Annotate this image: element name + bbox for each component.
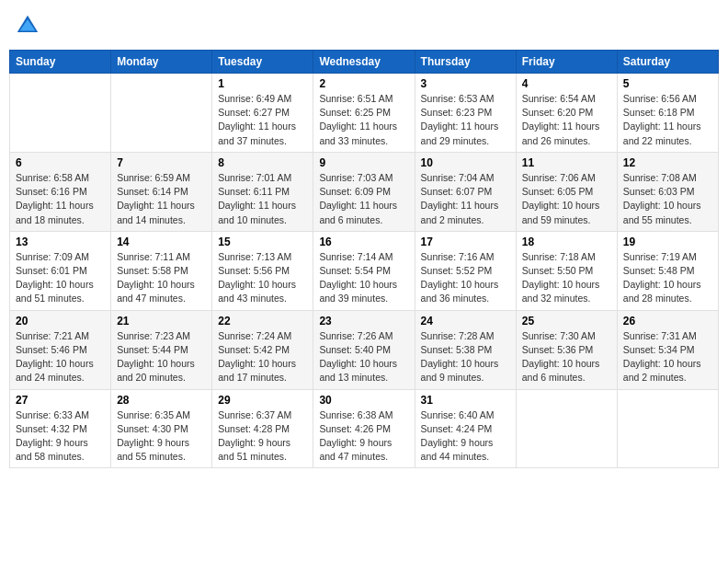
day-info: Sunrise: 6:54 AMSunset: 6:20 PMDaylight:… [522, 92, 611, 148]
calendar-header-row: SundayMondayTuesdayWednesdayThursdayFrid… [10, 51, 719, 74]
calendar-cell: 21Sunrise: 7:23 AMSunset: 5:44 PMDayligh… [111, 310, 212, 389]
day-info: Sunrise: 6:38 AMSunset: 4:26 PMDaylight:… [319, 408, 408, 465]
calendar-cell: 30Sunrise: 6:38 AMSunset: 4:26 PMDayligh… [313, 389, 415, 468]
calendar-cell: 10Sunrise: 7:04 AMSunset: 6:07 PMDayligh… [415, 152, 516, 231]
day-number: 15 [218, 236, 307, 248]
day-number: 10 [421, 156, 510, 169]
calendar-cell: 24Sunrise: 7:28 AMSunset: 5:38 PMDayligh… [415, 310, 516, 389]
page-header [9, 9, 719, 42]
day-header-sunday: Sunday [10, 51, 111, 74]
day-info: Sunrise: 7:30 AMSunset: 5:36 PMDaylight:… [522, 329, 611, 385]
calendar-cell: 18Sunrise: 7:18 AMSunset: 5:50 PMDayligh… [516, 231, 617, 310]
calendar-cell: 20Sunrise: 7:21 AMSunset: 5:46 PMDayligh… [10, 310, 111, 389]
calendar-cell: 1Sunrise: 6:49 AMSunset: 6:27 PMDaylight… [212, 74, 313, 153]
day-info: Sunrise: 6:37 AMSunset: 4:28 PMDaylight:… [218, 408, 307, 465]
day-info: Sunrise: 6:53 AMSunset: 6:23 PMDaylight:… [421, 92, 510, 148]
calendar-cell: 8Sunrise: 7:01 AMSunset: 6:11 PMDaylight… [212, 152, 313, 231]
day-info: Sunrise: 6:49 AMSunset: 6:27 PMDaylight:… [218, 92, 307, 148]
day-number: 20 [16, 315, 105, 327]
day-header-tuesday: Tuesday [212, 51, 313, 74]
day-number: 16 [319, 236, 408, 248]
day-info: Sunrise: 6:51 AMSunset: 6:25 PMDaylight:… [319, 92, 408, 148]
calendar-cell: 5Sunrise: 6:56 AMSunset: 6:18 PMDaylight… [617, 74, 718, 153]
calendar-cell [617, 389, 718, 468]
day-number: 29 [218, 394, 307, 407]
day-number: 6 [16, 156, 105, 169]
day-info: Sunrise: 7:21 AMSunset: 5:46 PMDaylight:… [16, 329, 105, 385]
day-number: 14 [117, 236, 206, 248]
day-info: Sunrise: 7:13 AMSunset: 5:56 PMDaylight:… [218, 250, 307, 306]
calendar-cell: 29Sunrise: 6:37 AMSunset: 4:28 PMDayligh… [212, 389, 313, 468]
day-info: Sunrise: 7:16 AMSunset: 5:52 PMDaylight:… [421, 250, 510, 306]
calendar-cell: 2Sunrise: 6:51 AMSunset: 6:25 PMDaylight… [313, 74, 415, 153]
calendar-cell: 12Sunrise: 7:08 AMSunset: 6:03 PMDayligh… [617, 152, 718, 231]
day-number: 3 [421, 77, 510, 90]
day-number: 4 [522, 77, 611, 90]
day-info: Sunrise: 7:19 AMSunset: 5:48 PMDaylight:… [623, 250, 712, 306]
day-header-wednesday: Wednesday [313, 51, 415, 74]
calendar-cell: 13Sunrise: 7:09 AMSunset: 6:01 PMDayligh… [10, 231, 111, 310]
day-info: Sunrise: 7:23 AMSunset: 5:44 PMDaylight:… [117, 329, 206, 385]
day-number: 30 [319, 394, 408, 407]
day-number: 8 [218, 156, 307, 169]
calendar-week-3: 13Sunrise: 7:09 AMSunset: 6:01 PMDayligh… [10, 231, 719, 310]
calendar-cell: 15Sunrise: 7:13 AMSunset: 5:56 PMDayligh… [212, 231, 313, 310]
calendar-week-4: 20Sunrise: 7:21 AMSunset: 5:46 PMDayligh… [10, 310, 719, 389]
calendar-table: SundayMondayTuesdayWednesdayThursdayFrid… [9, 50, 719, 468]
day-header-saturday: Saturday [617, 51, 718, 74]
calendar-cell [111, 74, 212, 153]
calendar-cell: 31Sunrise: 6:40 AMSunset: 4:24 PMDayligh… [415, 389, 516, 468]
day-info: Sunrise: 7:14 AMSunset: 5:54 PMDaylight:… [319, 250, 408, 306]
calendar-cell: 4Sunrise: 6:54 AMSunset: 6:20 PMDaylight… [516, 74, 617, 153]
day-info: Sunrise: 6:40 AMSunset: 4:24 PMDaylight:… [421, 408, 510, 465]
day-info: Sunrise: 7:01 AMSunset: 6:11 PMDaylight:… [218, 171, 307, 227]
day-header-friday: Friday [516, 51, 617, 74]
day-info: Sunrise: 7:28 AMSunset: 5:38 PMDaylight:… [421, 329, 510, 385]
day-number: 13 [16, 236, 105, 248]
day-number: 22 [218, 315, 307, 327]
day-header-monday: Monday [111, 51, 212, 74]
calendar-cell: 16Sunrise: 7:14 AMSunset: 5:54 PMDayligh… [313, 231, 415, 310]
day-info: Sunrise: 7:03 AMSunset: 6:09 PMDaylight:… [319, 171, 408, 227]
logo [15, 13, 42, 39]
day-number: 26 [623, 315, 712, 327]
day-info: Sunrise: 6:56 AMSunset: 6:18 PMDaylight:… [623, 92, 712, 148]
calendar-cell: 9Sunrise: 7:03 AMSunset: 6:09 PMDaylight… [313, 152, 415, 231]
calendar-cell [516, 389, 617, 468]
day-number: 2 [319, 77, 408, 90]
calendar-week-1: 1Sunrise: 6:49 AMSunset: 6:27 PMDaylight… [10, 74, 719, 153]
day-header-thursday: Thursday [415, 51, 516, 74]
calendar-cell [10, 74, 111, 153]
day-info: Sunrise: 7:06 AMSunset: 6:05 PMDaylight:… [522, 171, 611, 227]
day-info: Sunrise: 7:26 AMSunset: 5:40 PMDaylight:… [319, 329, 408, 385]
day-info: Sunrise: 6:33 AMSunset: 4:32 PMDaylight:… [16, 408, 105, 465]
day-number: 25 [522, 315, 611, 327]
calendar-cell: 23Sunrise: 7:26 AMSunset: 5:40 PMDayligh… [313, 310, 415, 389]
day-info: Sunrise: 7:09 AMSunset: 6:01 PMDaylight:… [16, 250, 105, 306]
day-info: Sunrise: 6:59 AMSunset: 6:14 PMDaylight:… [117, 171, 206, 227]
calendar-body: 1Sunrise: 6:49 AMSunset: 6:27 PMDaylight… [10, 74, 719, 468]
calendar-cell: 17Sunrise: 7:16 AMSunset: 5:52 PMDayligh… [415, 231, 516, 310]
day-number: 7 [117, 156, 206, 169]
day-number: 18 [522, 236, 611, 248]
calendar-cell: 27Sunrise: 6:33 AMSunset: 4:32 PMDayligh… [10, 389, 111, 468]
calendar-cell: 19Sunrise: 7:19 AMSunset: 5:48 PMDayligh… [617, 231, 718, 310]
day-number: 19 [623, 236, 712, 248]
day-info: Sunrise: 7:04 AMSunset: 6:07 PMDaylight:… [421, 171, 510, 227]
day-info: Sunrise: 6:35 AMSunset: 4:30 PMDaylight:… [117, 408, 206, 465]
calendar-cell: 14Sunrise: 7:11 AMSunset: 5:58 PMDayligh… [111, 231, 212, 310]
day-number: 11 [522, 156, 611, 169]
day-number: 1 [218, 77, 307, 90]
day-number: 21 [117, 315, 206, 327]
day-number: 23 [319, 315, 408, 327]
day-info: Sunrise: 7:31 AMSunset: 5:34 PMDaylight:… [623, 329, 712, 385]
calendar-week-2: 6Sunrise: 6:58 AMSunset: 6:16 PMDaylight… [10, 152, 719, 231]
day-number: 17 [421, 236, 510, 248]
calendar-cell: 26Sunrise: 7:31 AMSunset: 5:34 PMDayligh… [617, 310, 718, 389]
calendar-cell: 7Sunrise: 6:59 AMSunset: 6:14 PMDaylight… [111, 152, 212, 231]
day-number: 28 [117, 394, 206, 407]
day-number: 27 [16, 394, 105, 407]
day-number: 24 [421, 315, 510, 327]
day-info: Sunrise: 7:08 AMSunset: 6:03 PMDaylight:… [623, 171, 712, 227]
calendar-week-5: 27Sunrise: 6:33 AMSunset: 4:32 PMDayligh… [10, 389, 719, 468]
